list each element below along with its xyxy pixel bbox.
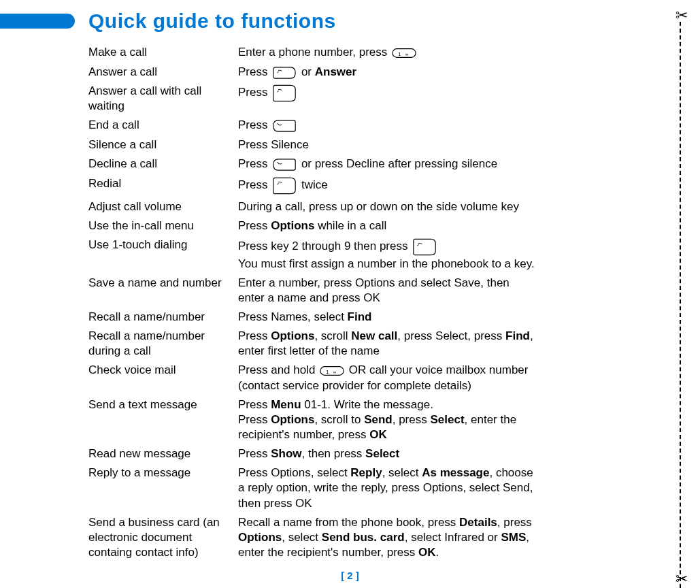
action-label: Silence a call bbox=[88, 137, 238, 152]
action-label: Recall a name/number during a call bbox=[88, 329, 238, 359]
action-description: Press Options while in a call bbox=[238, 218, 537, 233]
action-description: Enter a number, press Options and select… bbox=[238, 276, 537, 306]
action-description: Press and hold 1∞ OR call your voice mai… bbox=[238, 363, 537, 393]
header-row: Quick guide to functions bbox=[0, 10, 700, 33]
action-label: Send a business card (an electronic docu… bbox=[88, 515, 238, 560]
action-description: Press Menu 01-1. Write the message. Pres… bbox=[238, 397, 537, 442]
action-description: Press or Answer bbox=[238, 65, 537, 80]
send-key-icon bbox=[412, 238, 437, 257]
table-row: Check voice mail Press and hold 1∞ OR ca… bbox=[88, 363, 700, 393]
send-key-icon bbox=[272, 176, 297, 195]
action-description: Press bbox=[238, 118, 537, 133]
action-description: During a call, press up or down on the s… bbox=[238, 199, 537, 214]
svg-rect-0 bbox=[393, 49, 416, 58]
action-description: Press key 2 through 9 then press You mus… bbox=[238, 238, 537, 272]
table-row: Redial Press twice bbox=[88, 176, 700, 195]
send-key-icon bbox=[272, 65, 297, 80]
table-row: Answer a call Press or Answer bbox=[88, 65, 700, 80]
action-description: Press twice bbox=[238, 176, 537, 195]
action-label: Reply to a message bbox=[88, 466, 238, 480]
action-label: Answer a call with call waiting bbox=[88, 84, 238, 114]
table-row: Answer a call with call waiting Press bbox=[88, 84, 700, 114]
action-label: Adjust call volume bbox=[88, 199, 238, 214]
action-label: Save a name and number bbox=[88, 276, 238, 291]
scissors-icon: ✂ bbox=[676, 570, 688, 588]
action-label: Make a call bbox=[88, 45, 238, 60]
action-description: Press bbox=[238, 84, 537, 103]
table-row: Read new message Press Show, then press … bbox=[88, 446, 700, 461]
table-row: Recall a name/number during a call Press… bbox=[88, 329, 700, 359]
action-label: End a call bbox=[88, 118, 238, 133]
end-key-icon bbox=[272, 118, 297, 133]
action-description: Press Show, then press Select bbox=[238, 446, 537, 461]
action-label: Check voice mail bbox=[88, 363, 238, 378]
key-1-icon: 1∞ bbox=[392, 45, 416, 60]
table-row: Reply to a message Press Options, select… bbox=[88, 466, 700, 510]
scissors-icon: ✂ bbox=[676, 7, 688, 24]
header-bar-decoration bbox=[0, 14, 75, 29]
table-row: Send a business card (an electronic docu… bbox=[88, 515, 700, 560]
table-row: Decline a call Press or press Decline af… bbox=[88, 157, 700, 172]
table-row: Recall a name/number Press Names, select… bbox=[88, 310, 700, 325]
svg-text:∞: ∞ bbox=[405, 52, 409, 56]
table-row: Adjust call volume During a call, press … bbox=[88, 199, 700, 214]
action-description: Press or press Decline after pressing si… bbox=[238, 157, 537, 172]
content-table: Make a call Enter a phone number, press … bbox=[88, 45, 700, 560]
action-description: Press Silence bbox=[238, 137, 537, 152]
page-number: [ 2 ] bbox=[341, 570, 359, 581]
key-1-icon: 1∞ bbox=[320, 363, 344, 378]
action-label: Use 1-touch dialing bbox=[88, 238, 238, 252]
action-label: Redial bbox=[88, 176, 238, 191]
action-label: Recall a name/number bbox=[88, 310, 238, 325]
action-label: Answer a call bbox=[88, 65, 238, 80]
table-row: Save a name and number Enter a number, p… bbox=[88, 276, 700, 306]
svg-text:∞: ∞ bbox=[333, 370, 337, 374]
table-row: Send a text message Press Menu 01-1. Wri… bbox=[88, 397, 700, 442]
table-row: Use the in-call menu Press Options while… bbox=[88, 218, 700, 233]
send-key-icon bbox=[272, 84, 297, 103]
action-label: Send a text message bbox=[88, 397, 238, 412]
action-description: Press Options, select Reply, select As m… bbox=[238, 466, 537, 510]
action-label: Read new message bbox=[88, 446, 238, 461]
table-row: End a call Press bbox=[88, 118, 700, 133]
action-description: Press Names, select Find bbox=[238, 310, 537, 325]
action-description: Press Options, scroll New call, press Se… bbox=[238, 329, 537, 359]
table-row: Silence a call Press Silence bbox=[88, 137, 700, 152]
end-key-icon bbox=[272, 157, 297, 172]
page-title: Quick guide to functions bbox=[88, 10, 336, 33]
action-label: Use the in-call menu bbox=[88, 218, 238, 233]
table-row: Make a call Enter a phone number, press … bbox=[88, 45, 700, 61]
table-row: Use 1-touch dialing Press key 2 through … bbox=[88, 238, 700, 272]
svg-rect-3 bbox=[320, 367, 344, 376]
svg-text:1: 1 bbox=[326, 369, 329, 375]
action-label: Decline a call bbox=[88, 157, 238, 172]
svg-text:1: 1 bbox=[398, 51, 401, 57]
action-description: Recall a name from the phone book, press… bbox=[238, 515, 537, 560]
cut-line bbox=[680, 22, 681, 588]
action-description: Enter a phone number, press 1∞ bbox=[238, 45, 537, 61]
